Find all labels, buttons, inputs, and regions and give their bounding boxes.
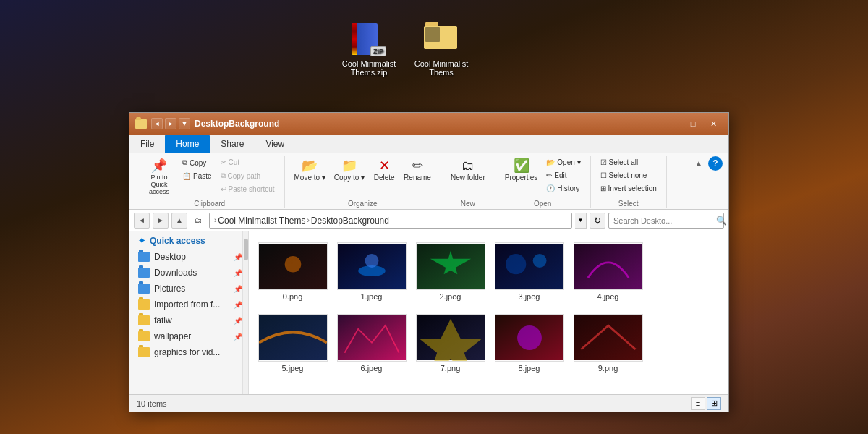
sidebar: ✦ Quick access Desktop 📌 Downloads 📌 Pic… [129, 231, 249, 394]
file-thumbnail [495, 242, 564, 290]
tab-file[interactable]: File [129, 135, 165, 153]
search-icon: 🔍 [716, 216, 727, 226]
up-button[interactable]: ▲ [171, 213, 187, 229]
status-count: 10 items [137, 399, 167, 408]
imported-label: Imported from f... [154, 299, 220, 310]
new-label: New [447, 200, 489, 208]
refresh-button[interactable]: ↻ [590, 213, 605, 229]
book-stripe [352, 23, 357, 55]
wallpaper-pin-icon: 📌 [234, 333, 242, 341]
sidebar-item-desktop[interactable]: Desktop 📌 [129, 249, 248, 265]
copypath-button[interactable]: ⧉ Copy path [217, 169, 278, 182]
sidebar-item-wallpaper[interactable]: wallpaper 📌 [129, 328, 248, 344]
ribbon-chevron-icon[interactable]: ▲ [695, 159, 702, 167]
sidebar-item-downloads[interactable]: Downloads 📌 [129, 265, 248, 281]
title-nav-forward[interactable]: ► [165, 118, 176, 129]
move-to-button[interactable]: 📂 Move to ▾ [291, 156, 329, 184]
file-thumbnail [337, 242, 407, 290]
pin-label: Pin to Quick access [145, 174, 174, 195]
delete-icon: ✕ [379, 159, 390, 172]
minimize-button[interactable]: ─ [663, 116, 682, 131]
newfolder-label: New folder [451, 174, 485, 182]
file-name-label: 6.jpeg [361, 364, 383, 373]
pin-quick-access-button[interactable]: 📌 Pin to Quick access [141, 156, 177, 198]
downloads-label: Downloads [154, 268, 197, 278]
title-nav-back[interactable]: ◄ [151, 118, 163, 129]
paste-button[interactable]: 📋 Paste [179, 170, 216, 182]
select-col: ☑ Select all ☐ Select none ⊞ Invert sele… [597, 156, 660, 195]
view-list-button[interactable]: ≡ [691, 397, 705, 410]
search-box[interactable]: 🔍 [608, 213, 724, 229]
select-none-button[interactable]: ☐ Select none [597, 169, 660, 182]
invert-label: Invert selection [608, 184, 657, 192]
sidebar-item-imported[interactable]: Imported from f... 📌 [129, 297, 248, 312]
desktop-label: Desktop [154, 252, 186, 262]
folder-desktop-icon [424, 22, 459, 56]
path-dropdown-button[interactable]: ▼ [575, 213, 587, 229]
file-item[interactable]: 1.jpeg [333, 237, 409, 306]
file-item[interactable]: 7.png [412, 309, 488, 378]
tab-home[interactable]: Home [165, 135, 210, 153]
sidebar-item-pictures[interactable]: Pictures 📌 [129, 281, 248, 297]
desktop-icon-zip[interactable]: ZIP Cool Minimalist Thems.zip [340, 22, 398, 77]
file-item[interactable]: 4.jpeg [570, 237, 646, 306]
edit-btn[interactable]: ✏ Edit [542, 169, 584, 182]
view-buttons: ≡ ⊞ [691, 397, 721, 410]
path-sep1: › [214, 216, 216, 224]
title-bar-controls: ─ □ ✕ [663, 116, 723, 131]
desktop-icon-folder[interactable]: Cool Minimalist Thems [412, 22, 470, 77]
file-item[interactable]: 6.jpeg [333, 309, 409, 378]
file-item[interactable]: 9.png [570, 309, 646, 378]
ribbon-select-section: ☑ Select all ☐ Select none ⊞ Invert sele… [591, 156, 667, 208]
view-grid-button[interactable]: ⊞ [707, 397, 721, 410]
sidebar-scrollbar[interactable] [242, 231, 248, 394]
fatiw-folder-icon [138, 315, 150, 326]
sidebar-item-graphics[interactable]: graphics for vid... [129, 344, 248, 360]
svg-rect-10 [574, 244, 642, 289]
file-thumbnail [574, 242, 643, 290]
clipboard-col: ⧉ Copy 📋 Paste [179, 156, 216, 182]
copyto-label: Copy to ▾ [334, 174, 365, 182]
pictures-folder-icon [138, 284, 150, 294]
invert-selection-button[interactable]: ⊞ Invert selection [597, 182, 660, 195]
svg-point-8 [506, 254, 526, 274]
rename-button[interactable]: ✏ Rename [400, 156, 435, 184]
open-col: 📂 Open ▾ ✏ Edit 🕐 History [542, 156, 584, 195]
select-all-button[interactable]: ☑ Select all [597, 156, 660, 169]
title-bar-nav: ◄ ► ▼ [151, 118, 190, 129]
sidebar-item-fatiw[interactable]: fatiw 📌 [129, 312, 248, 328]
delete-button[interactable]: ✕ Delete [370, 156, 399, 184]
file-item[interactable]: 3.jpeg [491, 237, 567, 306]
file-item[interactable]: 5.jpeg [255, 309, 331, 378]
path-part2[interactable]: DesktopBackground [311, 216, 389, 226]
pasteshortcut-button[interactable]: ↩ Paste shortcut [217, 183, 278, 195]
pictures-label: Pictures [154, 284, 185, 294]
maximize-button[interactable]: □ [684, 116, 702, 131]
help-button[interactable]: ? [708, 156, 723, 171]
file-item[interactable]: 2.jpeg [412, 237, 488, 306]
new-folder-button[interactable]: 🗂 New folder [447, 156, 489, 184]
history-btn[interactable]: 🕐 History [542, 182, 584, 195]
copy-to-button[interactable]: 📁 Copy to ▾ [331, 156, 368, 184]
path-part1[interactable]: Cool Minimalist Thems [218, 216, 305, 226]
zip-icon-label2: Thems.zip [351, 68, 388, 77]
title-nav-down[interactable]: ▼ [179, 118, 190, 129]
address-path[interactable]: › Cool Minimalist Thems › DesktopBackgro… [209, 213, 572, 229]
tab-share[interactable]: Share [210, 135, 255, 153]
file-item[interactable]: 8.jpeg [491, 309, 567, 378]
tab-view[interactable]: View [255, 135, 295, 153]
forward-button[interactable]: ► [153, 213, 169, 229]
status-bar: 10 items ≡ ⊞ [129, 394, 728, 412]
close-button[interactable]: ✕ [704, 116, 723, 131]
search-input[interactable] [613, 216, 713, 225]
properties-button[interactable]: ✅ Properties [501, 156, 542, 184]
open-btn[interactable]: 📂 Open ▾ [542, 156, 584, 169]
cut-button[interactable]: ✂ Cut [217, 156, 278, 169]
file-name-label: 8.jpeg [519, 364, 540, 373]
copy-button[interactable]: ⧉ Copy [179, 156, 216, 169]
back-button[interactable]: ◄ [134, 213, 150, 229]
sidebar-item-quickaccess[interactable]: ✦ Quick access [129, 231, 248, 249]
new-content: 🗂 New folder [447, 156, 489, 198]
file-item[interactable]: 0.png [255, 237, 331, 306]
copypath-icon: ⧉ [221, 171, 226, 180]
